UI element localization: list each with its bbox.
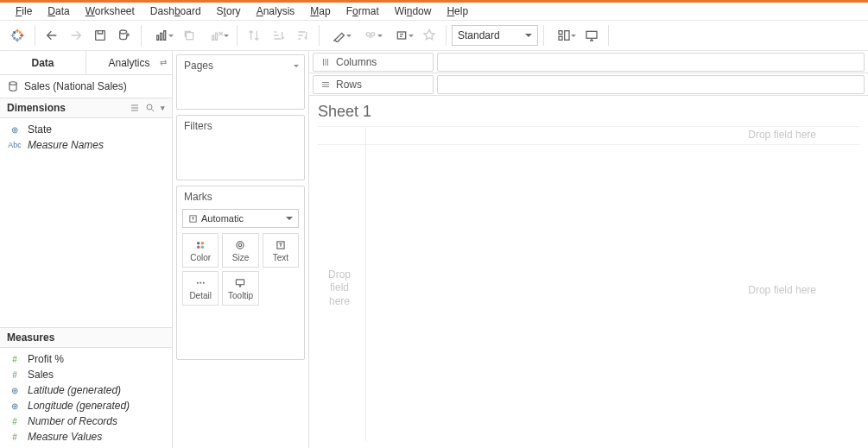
group-icon[interactable] (356, 24, 385, 47)
marks-tooltip-button[interactable]: Tooltip (222, 271, 258, 306)
hash-icon: # (7, 370, 22, 380)
marks-text-button[interactable]: Text (263, 233, 299, 268)
presentation-icon[interactable] (580, 24, 603, 47)
tab-analytics[interactable]: Analytics⇄ (86, 51, 172, 74)
drop-field-hint: Drop field here (748, 284, 816, 296)
hash-icon: # (7, 417, 22, 426)
svg-rect-45 (197, 281, 199, 283)
undo-icon[interactable] (41, 24, 63, 47)
svg-rect-48 (237, 279, 244, 284)
marks-size-button[interactable]: Size (222, 233, 258, 268)
svg-line-36 (152, 110, 155, 112)
new-worksheet-icon[interactable] (147, 24, 176, 47)
marks-drop-area[interactable] (182, 311, 299, 354)
field-profit[interactable]: #Profit % (0, 351, 172, 367)
datasource-item[interactable]: Sales (National Sales) (0, 75, 172, 98)
menu-analysis[interactable]: Analysis (250, 3, 302, 19)
menu-help[interactable]: Help (440, 3, 475, 19)
svg-point-40 (197, 245, 200, 249)
rows-icon (320, 79, 331, 90)
tableau-logo-icon[interactable] (5, 28, 29, 43)
globe-icon: ⊕ (7, 401, 22, 411)
svg-rect-21 (187, 33, 193, 40)
sheet-canvas[interactable]: Drop field here Drop field here Drop fie… (318, 126, 859, 441)
svg-rect-28 (559, 36, 562, 40)
datasource-label: Sales (National Sales) (24, 80, 127, 92)
columns-icon (320, 57, 331, 67)
pages-shelf[interactable]: Pages (176, 54, 305, 110)
menu-story[interactable]: Story (210, 3, 248, 19)
svg-point-39 (201, 241, 205, 244)
field-state[interactable]: ⊕State (0, 122, 172, 137)
menu-data[interactable]: Data (41, 3, 76, 19)
pin-icon[interactable] (418, 24, 440, 47)
swap-tab-icon: ⇄ (160, 58, 167, 67)
marks-card: Marks Automatic Color Size Text (176, 186, 305, 360)
svg-rect-16 (96, 31, 105, 41)
sort-desc-icon[interactable] (291, 24, 314, 47)
shelves-panel: Pages Filters Marks Automatic Color Size (173, 51, 309, 448)
redo-icon[interactable] (65, 24, 87, 47)
svg-point-24 (366, 33, 370, 36)
filters-shelf[interactable]: Filters (176, 115, 305, 180)
fit-label: Standard (458, 29, 500, 41)
pages-label: Pages (177, 55, 304, 76)
fit-dropdown[interactable]: Standard (452, 25, 538, 46)
marks-detail-button[interactable]: Detail (182, 271, 219, 306)
svg-point-31 (10, 82, 16, 85)
marks-type-dropdown[interactable]: Automatic (182, 209, 299, 228)
svg-rect-26 (397, 32, 405, 39)
sheet-title[interactable]: Sheet 1 (318, 103, 859, 121)
rows-drop[interactable] (437, 75, 865, 94)
hash-icon: # (7, 432, 22, 442)
show-cards-icon[interactable] (549, 24, 579, 47)
columns-shelf-row: Columns (309, 51, 868, 73)
labels-icon[interactable] (387, 24, 416, 47)
new-datasource-icon[interactable] (113, 24, 136, 47)
drop-rows-hint: Drop field here (318, 268, 361, 309)
svg-rect-47 (203, 281, 205, 283)
grid-hline (318, 144, 859, 145)
rows-shelf-label[interactable]: Rows (313, 75, 434, 94)
tooltip-icon (234, 277, 246, 289)
svg-point-43 (239, 243, 243, 247)
columns-drop[interactable] (437, 53, 865, 72)
menu-worksheet[interactable]: Worksheet (79, 3, 142, 19)
menu-window[interactable]: Window (388, 3, 439, 19)
tab-data[interactable]: Data (0, 51, 86, 74)
dimensions-list: ⊕State AbcMeasure Names (0, 118, 172, 156)
field-records[interactable]: #Number of Records (0, 413, 172, 429)
svg-rect-22 (212, 35, 214, 40)
menu-dropdown-icon[interactable]: ▾ (161, 104, 165, 112)
globe-icon: ⊕ (7, 125, 22, 135)
field-latitude[interactable]: ⊕Latitude (generated) (0, 382, 172, 398)
marks-color-button[interactable]: Color (182, 233, 219, 268)
dimensions-header: Dimensions ▾ (0, 98, 172, 118)
viz-area: Columns Rows Sheet 1 Drop field here Dro… (309, 51, 868, 448)
save-icon[interactable] (89, 24, 111, 47)
field-longitude[interactable]: ⊕Longitude (generated) (0, 398, 172, 413)
toolbar: Standard (0, 20, 868, 51)
search-icon[interactable] (145, 103, 155, 113)
svg-point-41 (201, 245, 205, 249)
swap-icon[interactable] (243, 24, 265, 47)
globe-icon: ⊕ (7, 386, 22, 395)
svg-rect-18 (157, 35, 159, 40)
field-sales[interactable]: #Sales (0, 367, 172, 382)
highlight-icon[interactable] (325, 24, 354, 47)
field-measure-names[interactable]: AbcMeasure Names (0, 137, 172, 153)
datasource-icon (7, 80, 19, 92)
duplicate-icon[interactable] (178, 24, 200, 47)
text-type-icon (188, 214, 198, 224)
columns-shelf-label[interactable]: Columns (313, 53, 434, 72)
view-list-icon[interactable] (130, 103, 140, 113)
sort-asc-icon[interactable] (267, 24, 289, 47)
field-measure-values[interactable]: #Measure Values (0, 429, 172, 445)
menu-format[interactable]: Format (339, 3, 386, 19)
menu-map[interactable]: Map (303, 3, 337, 19)
clear-icon[interactable] (202, 24, 231, 47)
svg-point-17 (120, 30, 127, 34)
menu-dashboard[interactable]: Dashboard (143, 3, 208, 19)
menu-file[interactable]: File (9, 3, 39, 19)
svg-rect-19 (161, 33, 162, 40)
